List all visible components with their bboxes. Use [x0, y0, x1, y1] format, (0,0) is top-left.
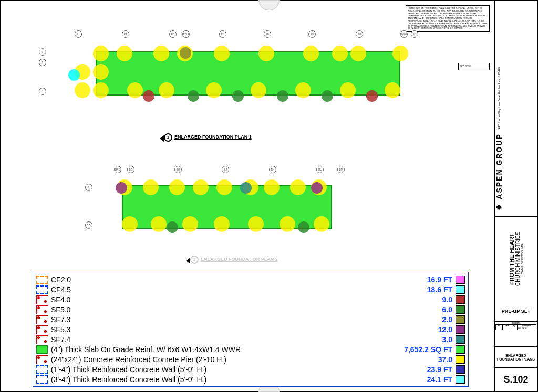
legend-swatch	[456, 305, 465, 314]
legend-value: 18.6 FT	[427, 285, 452, 294]
grid-bubble: EE	[308, 30, 316, 38]
legend-symbol-icon	[36, 335, 48, 344]
pier-marker	[385, 82, 400, 98]
grid-bubble: 3.5	[85, 221, 92, 229]
legend-row: SF4.09.0	[36, 294, 465, 304]
grid-bubble: EF.8	[114, 166, 121, 173]
grid-bubble: E1	[75, 30, 82, 38]
legend-swatch	[456, 335, 465, 344]
legend-symbol-icon	[36, 355, 48, 364]
pier-marker	[151, 216, 167, 232]
pier-marker	[127, 82, 143, 98]
grid-bubble: EG	[127, 166, 134, 173]
plan-1-title: 1ENLARGED FOUNDATION PLAN 1	[164, 133, 252, 142]
grid-bubble: EF.8	[400, 30, 408, 38]
tb-firm: ◆ ASPEN GROUP 9401 Lincoln-Way Lane Suit…	[495, 1, 537, 217]
grid-bubble: EA	[122, 30, 129, 38]
legend-label: SF5.3	[51, 325, 438, 334]
legend-symbol-icon	[36, 375, 48, 384]
legend-label: (4") Thick Slab On Grade Reinf. W/ 6x6 W…	[51, 345, 404, 354]
footing-sf4	[143, 90, 154, 102]
legend-label: SF5.0	[51, 305, 442, 314]
grid-bubble: EK	[269, 166, 276, 173]
legend-row: SF7.32.0	[36, 314, 465, 324]
legend-symbol-icon	[36, 315, 48, 324]
grid-bubble: EB.1	[182, 30, 190, 38]
legend-swatch	[456, 295, 465, 304]
pier-marker	[332, 46, 348, 61]
legend-row: CF2.016.9 FT	[36, 274, 465, 284]
footing-sf5	[188, 90, 199, 102]
foundation-plan-2: EF.8 EG EH EJ EK EL EM 1 3.5	[90, 169, 353, 253]
legend-symbol-icon	[36, 305, 48, 314]
pier-marker	[314, 216, 329, 232]
grid-bubble: EM	[337, 166, 345, 173]
grid-bubble: 1	[85, 184, 92, 191]
legend-swatch	[456, 285, 465, 294]
legend-row: (4") Thick Slab On Grade Reinf. W/ 6x6 W…	[36, 344, 465, 354]
grid-bubble: EH	[174, 166, 182, 173]
legend-label: (24"x24") Concrete Reinforced Conrete Pi…	[51, 355, 438, 364]
tb-client: FROM THE HEART CHURCH MINISTRIES CAMP SP…	[495, 217, 537, 301]
legend-swatch	[456, 345, 465, 354]
legend-symbol-icon	[36, 345, 48, 354]
legend-value: 2.0	[442, 315, 452, 324]
tb-sheet-title: ENLARGED FOUNDATION PLANS	[495, 347, 537, 368]
legend-label: (3'-4") Thick Reinforced Concrete Wall (…	[51, 375, 427, 384]
pier-marker	[350, 46, 366, 61]
footing-sf5	[232, 90, 244, 102]
firm-name: ◆ ASPEN GROUP	[495, 134, 503, 212]
legend-value: 16.9 FT	[427, 276, 452, 284]
grid-bubble: EC	[219, 30, 226, 38]
legend-row: (3'-4") Thick Reinforced Concrete Wall (…	[36, 374, 465, 384]
pier-marker	[153, 46, 169, 61]
grid-bubble: EG	[411, 30, 418, 38]
quantity-legend: CF2.016.9 FTCF4.518.6 FTSF4.09.0SF5.06.0…	[33, 272, 469, 387]
pier-marker	[206, 82, 222, 98]
grid-bubble: EB	[169, 30, 177, 38]
grid-bubble: F	[39, 48, 46, 56]
pier-marker	[75, 82, 90, 98]
legend-symbol-icon	[36, 325, 48, 334]
legend-row: SF5.06.0	[36, 304, 465, 314]
pier-marker	[258, 46, 274, 61]
titleblock: ◆ ASPEN GROUP 9401 Lincoln-Way Lane Suit…	[495, 1, 537, 391]
grid-bubble: ED	[264, 30, 271, 38]
firm-address: 9401 Lincoln-Way Lane Suite 201 Frankfor…	[498, 67, 501, 129]
legend-row: (24"x24") Concrete Reinforced Conrete Pi…	[36, 354, 465, 364]
drawing-area[interactable]: NOTES: REF TO FOUNDATION PLAN S.101 FOR …	[1, 1, 495, 391]
footing-sf73	[180, 47, 191, 59]
legend-label: SF4.0	[51, 295, 442, 304]
legend-label: SF7.4	[51, 335, 442, 344]
pier-marker	[248, 216, 264, 232]
wall-marker	[68, 69, 80, 81]
pier-marker	[251, 82, 266, 98]
legend-value: 6.0	[442, 305, 452, 314]
footing-sf5	[298, 221, 309, 233]
pier-marker	[264, 179, 280, 195]
legend-row: SF7.43.0	[36, 334, 465, 344]
pier-marker	[93, 46, 109, 61]
legend-value: 9.0	[442, 295, 452, 304]
pier-marker	[193, 179, 209, 195]
legend-label: CF2.0	[51, 276, 427, 284]
pier-marker	[169, 179, 185, 195]
legend-swatch	[456, 315, 465, 324]
pier-marker	[117, 46, 132, 61]
tb-set-label: PRE-GP SET	[495, 301, 537, 322]
legend-symbol-icon	[36, 295, 48, 304]
legend-value: 7,652.2 SQ FT	[404, 345, 452, 354]
pier-marker	[93, 82, 109, 98]
foundation-plan-1: E1 EA EB EB.1 EC ED EE EF EF.8 EG F 1 3	[43, 33, 421, 132]
legend-swatch	[456, 365, 465, 374]
footing-sf5	[322, 90, 333, 102]
pier-marker	[159, 82, 174, 98]
pier-marker	[143, 179, 159, 195]
legend-value: 37.0	[438, 355, 452, 364]
footing-sf74	[240, 182, 252, 194]
keynotes-box: KEYNOTES	[458, 63, 490, 70]
tb-revisions: REVISIONS No.DateByDescription PRE-GP SE…	[495, 322, 537, 347]
legend-swatch	[456, 276, 465, 284]
legend-value: 24.1 FT	[427, 375, 452, 384]
footing-sf4	[366, 90, 378, 102]
